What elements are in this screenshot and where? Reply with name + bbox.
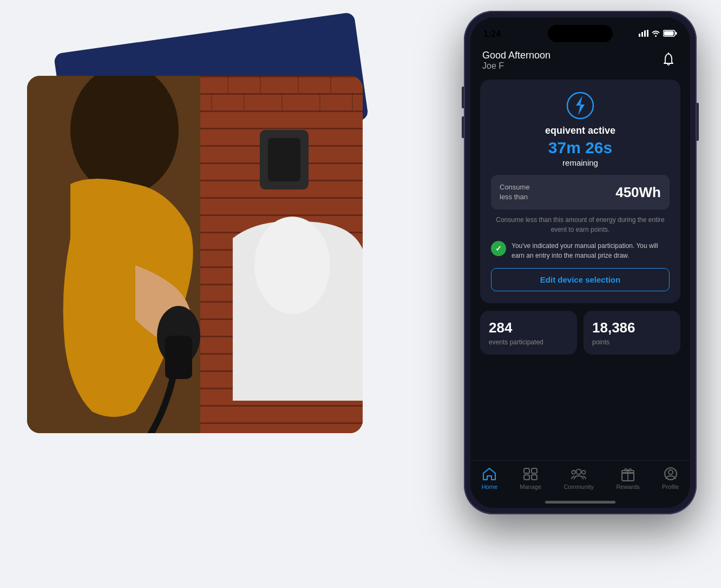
greeting: Good Afternoon Joe F — [482, 50, 550, 71]
svg-rect-10 — [200, 214, 363, 216]
signal-icon — [639, 30, 648, 38]
volume-down-button — [462, 116, 464, 138]
stats-row: 284 events participated 18,386 points — [480, 311, 680, 355]
svg-rect-29 — [281, 93, 283, 110]
svg-rect-38 — [639, 34, 640, 37]
home-nav-label: Home — [482, 484, 497, 490]
svg-rect-44 — [664, 31, 674, 36]
svg-rect-24 — [260, 76, 261, 93]
manage-nav-label: Manage — [520, 484, 541, 490]
events-label: events participated — [489, 338, 568, 346]
svg-point-58 — [668, 470, 673, 474]
equivent-logo-icon — [566, 92, 594, 120]
phone-frame: 1:24 — [464, 11, 697, 514]
battery-icon — [663, 30, 677, 38]
svg-rect-22 — [200, 422, 363, 424]
svg-rect-49 — [524, 475, 529, 480]
status-bar: 1:24 — [470, 17, 690, 44]
svg-rect-34 — [165, 336, 192, 379]
svg-rect-43 — [676, 32, 677, 35]
svg-rect-4 — [200, 110, 363, 112]
svg-rect-28 — [244, 93, 245, 110]
nav-rewards[interactable]: Rewards — [616, 466, 639, 490]
svg-rect-41 — [647, 30, 648, 37]
energy-target-row: Consumeless than 450Wh — [491, 175, 670, 210]
nav-home[interactable]: Home — [482, 466, 497, 490]
home-icon — [482, 466, 497, 481]
remaining-label: remaining — [491, 158, 670, 167]
user-name: Joe F — [482, 61, 550, 71]
profile-nav-label: Profile — [662, 484, 679, 490]
nav-profile[interactable]: Profile — [662, 466, 679, 490]
svg-rect-5 — [200, 128, 363, 129]
svg-rect-25 — [298, 76, 299, 93]
home-indicator — [545, 501, 615, 504]
power-button — [697, 103, 699, 141]
svg-rect-47 — [524, 468, 529, 473]
svg-rect-21 — [200, 405, 363, 407]
svg-rect-39 — [641, 32, 643, 37]
svg-rect-30 — [319, 93, 320, 110]
active-card-header: equivent active 37m 26s remaining — [491, 92, 670, 167]
points-count: 18,386 — [592, 319, 672, 336]
phone-screen: 1:24 — [470, 17, 690, 508]
nav-community[interactable]: Community — [563, 466, 594, 490]
rewards-icon — [620, 466, 635, 481]
wifi-icon — [651, 30, 660, 38]
edit-device-button[interactable]: Edit device selection — [491, 268, 670, 291]
events-stat-card: 284 events participated — [480, 311, 577, 355]
participation-notice: ✓ You've indicated your manual participa… — [491, 241, 670, 260]
active-title: equivent active — [491, 125, 670, 136]
svg-rect-31 — [352, 93, 353, 110]
ev-charging-photo — [27, 76, 363, 433]
svg-rect-40 — [644, 30, 646, 37]
status-time: 1:24 — [483, 29, 501, 39]
svg-rect-48 — [532, 468, 537, 473]
nav-manage[interactable]: Manage — [520, 466, 541, 490]
phone-header: Good Afternoon Joe F — [480, 50, 680, 71]
status-icons — [639, 30, 677, 38]
check-icon: ✓ — [491, 241, 506, 256]
points-stat-card: 18,386 points — [584, 311, 680, 355]
phone-mockup: 1:24 — [456, 11, 705, 574]
events-count: 284 — [489, 319, 568, 336]
community-nav-label: Community — [563, 484, 594, 490]
svg-point-51 — [576, 469, 581, 474]
countdown-timer: 37m 26s — [491, 139, 670, 157]
participation-text: You've indicated your manual participati… — [512, 241, 670, 260]
svg-rect-23 — [227, 76, 228, 93]
manage-icon — [523, 466, 538, 481]
svg-rect-37 — [268, 138, 300, 181]
active-event-card: equivent active 37m 26s remaining Consum… — [480, 80, 680, 303]
energy-value: 450Wh — [615, 184, 661, 201]
greeting-text: Good Afternoon — [482, 50, 550, 61]
svg-point-35 — [254, 217, 330, 314]
rewards-nav-label: Rewards — [616, 484, 639, 490]
consume-label: Consumeless than — [500, 182, 530, 202]
photo-section — [16, 32, 384, 444]
notification-bell-button[interactable] — [659, 50, 678, 69]
volume-up-button — [462, 87, 464, 108]
energy-description: Consume less than this amount of energy … — [491, 215, 670, 234]
profile-icon — [663, 466, 678, 481]
community-icon — [571, 466, 586, 481]
svg-rect-50 — [532, 475, 537, 480]
svg-point-53 — [582, 471, 586, 474]
phone-content: Good Afternoon Joe F — [470, 50, 690, 459]
svg-point-52 — [572, 471, 576, 474]
svg-rect-2 — [200, 76, 363, 77]
points-label: points — [592, 338, 672, 346]
svg-rect-9 — [200, 197, 363, 199]
svg-rect-27 — [211, 93, 212, 110]
svg-rect-26 — [330, 76, 331, 93]
